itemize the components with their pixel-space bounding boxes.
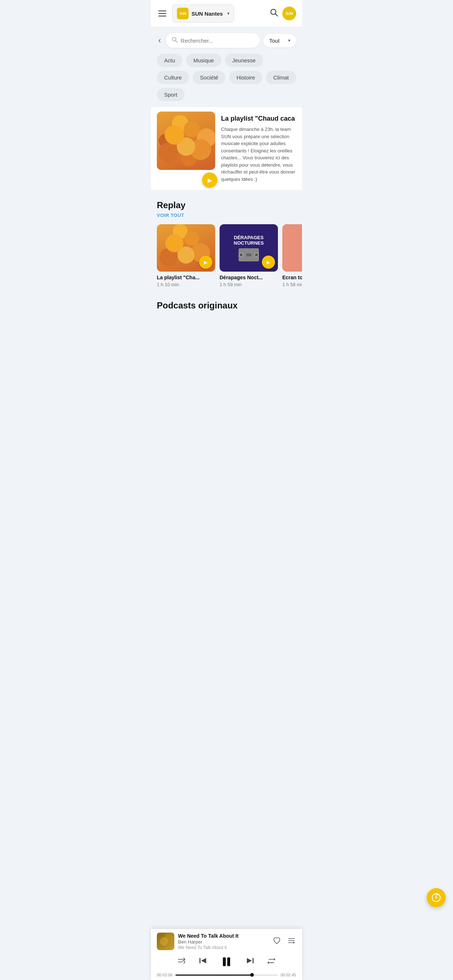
search-icon [172,37,178,44]
category-chip-sport[interactable]: Sport [157,88,185,101]
bottom-spacer [151,313,302,379]
featured-title: La playlist "Chaud caca [221,115,296,123]
cassette-icon [239,248,259,261]
cassette-reel-right [254,253,258,257]
svg-line-1 [275,14,278,16]
station-selector[interactable]: SUN SUN Nantes ▾ [172,5,234,22]
replay-row: ▶ La playlist "Cha... 1 h 10 min DÉRAPAG… [151,220,302,293]
popcorn-icon [297,235,302,272]
menu-button[interactable] [157,9,168,18]
featured-card: ▶ La playlist "Chaud caca Chaque dimanch… [151,107,302,190]
hamburger-line-3 [158,16,166,16]
replay-card-title-1: La playlist "Cha... [157,275,215,280]
categories: Actu Musique Jeunesse Culture Société Hi… [151,51,302,107]
featured-description: Chaque dimanche à 23h, la team SUN vous … [221,126,296,183]
replay-card-title-3: Ecran total : t... [282,275,302,280]
featured-image-wrap: ▶ [157,111,215,186]
replay-card-2: DÉRAPAGES NOCTURNES ▶ Dérapages Noct... … [220,224,278,287]
chevron-down-icon: ▾ [227,11,230,16]
header: SUN SUN Nantes ▾ SUN [151,0,302,27]
thumb-ecran [282,224,302,272]
filter-chevron-icon: ▾ [288,38,290,43]
search-input-container [166,33,260,48]
svg-line-3 [176,41,178,43]
replay-card-duration-2: 1 h 59 min [220,282,278,287]
play-icon: ▶ [204,259,207,265]
replay-card-3: ▶ Ecran total : t... 1 h 58 min [282,224,302,287]
station-name: SUN Nantes [191,11,223,17]
category-chip-histoire[interactable]: Histoire [229,71,262,84]
hamburger-line-1 [158,11,166,11]
category-chip-climat[interactable]: Climat [266,71,296,84]
featured-image [157,111,215,170]
replay-card-title-2: Dérapages Noct... [220,275,278,280]
derapages-text: DÉRAPAGES NOCTURNES [222,235,275,246]
category-chip-societe[interactable]: Société [193,71,225,84]
search-area: ‹ Tout ▾ [151,27,302,51]
replay-title: Replay [157,200,296,210]
podcasts-title: Podcasts originaux [157,301,296,310]
replay-card-1: ▶ La playlist "Cha... 1 h 10 min [157,224,215,287]
header-right: SUN [270,6,296,21]
replay-thumb-1: ▶ [157,224,215,272]
avatar[interactable]: SUN [282,6,296,21]
category-chip-musique[interactable]: Musique [186,54,222,67]
header-left: SUN SUN Nantes ▾ [157,5,234,22]
cassette-reel-left [239,253,243,257]
filter-label: Tout [269,38,279,44]
featured-text: La playlist "Chaud caca Chaque dimanche … [215,111,302,186]
cassette-tape [246,253,251,256]
search-input[interactable] [180,38,254,44]
search-button[interactable] [270,8,278,19]
featured-play-button[interactable]: ▶ [202,172,217,188]
search-icon [270,8,278,16]
podcasts-section-header: Podcasts originaux [151,293,302,313]
category-chip-culture[interactable]: Culture [157,71,189,84]
station-logo: SUN [177,8,188,19]
replay-thumb-3: ▶ [282,224,302,272]
category-chip-jeunesse[interactable]: Jeunesse [225,54,263,67]
replay-card-duration-1: 1 h 10 min [157,282,215,287]
category-chip-actu[interactable]: Actu [157,54,182,67]
play-icon: ▶ [266,259,270,265]
voir-tout-button[interactable]: VOIR TOUT [157,213,184,218]
back-button[interactable]: ‹ [157,34,162,47]
filter-dropdown[interactable]: Tout ▾ [263,34,296,48]
fruit-art [157,111,215,170]
hamburger-line-2 [158,13,166,14]
play-icon: ▶ [207,177,212,184]
replay-thumb-2: DÉRAPAGES NOCTURNES ▶ [220,224,278,272]
replay-card-duration-3: 1 h 58 min [282,282,302,287]
replay-section-header: Replay VOIR TOUT [151,193,302,220]
